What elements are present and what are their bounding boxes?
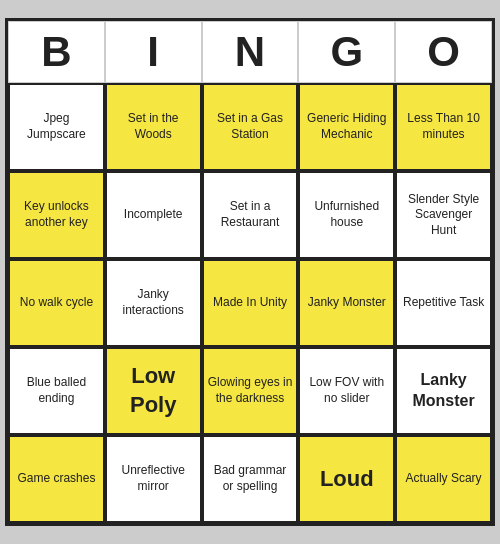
bingo-cell[interactable]: Set in a Restaurant bbox=[202, 171, 299, 259]
bingo-cell[interactable]: Unfurnished house bbox=[298, 171, 395, 259]
bingo-card: BINGO Jpeg JumpscareSet in the WoodsSet … bbox=[5, 18, 495, 526]
bingo-letter: G bbox=[298, 21, 395, 83]
bingo-cell[interactable]: Set in the Woods bbox=[105, 83, 202, 171]
bingo-cell[interactable]: Unreflective mirror bbox=[105, 435, 202, 523]
bingo-cell[interactable]: Loud bbox=[298, 435, 395, 523]
bingo-grid: Jpeg JumpscareSet in the WoodsSet in a G… bbox=[8, 83, 492, 523]
bingo-cell[interactable]: No walk cycle bbox=[8, 259, 105, 347]
bingo-cell[interactable]: Janky interactions bbox=[105, 259, 202, 347]
bingo-cell[interactable]: Key unlocks another key bbox=[8, 171, 105, 259]
bingo-letter: I bbox=[105, 21, 202, 83]
bingo-cell[interactable]: Generic Hiding Mechanic bbox=[298, 83, 395, 171]
bingo-cell[interactable]: Jpeg Jumpscare bbox=[8, 83, 105, 171]
bingo-letter: O bbox=[395, 21, 492, 83]
bingo-cell[interactable]: Game crashes bbox=[8, 435, 105, 523]
bingo-cell[interactable]: Made In Unity bbox=[202, 259, 299, 347]
bingo-cell[interactable]: Incomplete bbox=[105, 171, 202, 259]
bingo-cell[interactable]: Glowing eyes in the darkness bbox=[202, 347, 299, 435]
bingo-cell[interactable]: Repetitive Task bbox=[395, 259, 492, 347]
bingo-cell[interactable]: Low FOV with no slider bbox=[298, 347, 395, 435]
bingo-cell[interactable]: Set in a Gas Station bbox=[202, 83, 299, 171]
bingo-cell[interactable]: Actually Scary bbox=[395, 435, 492, 523]
bingo-cell[interactable]: Lanky Monster bbox=[395, 347, 492, 435]
bingo-cell[interactable]: Less Than 10 minutes bbox=[395, 83, 492, 171]
bingo-cell[interactable]: Low Poly bbox=[105, 347, 202, 435]
bingo-cell[interactable]: Blue balled ending bbox=[8, 347, 105, 435]
bingo-cell[interactable]: Janky Monster bbox=[298, 259, 395, 347]
bingo-cell[interactable]: Slender Style Scavenger Hunt bbox=[395, 171, 492, 259]
bingo-header: BINGO bbox=[8, 21, 492, 83]
bingo-cell[interactable]: Bad grammar or spelling bbox=[202, 435, 299, 523]
bingo-letter: B bbox=[8, 21, 105, 83]
bingo-letter: N bbox=[202, 21, 299, 83]
